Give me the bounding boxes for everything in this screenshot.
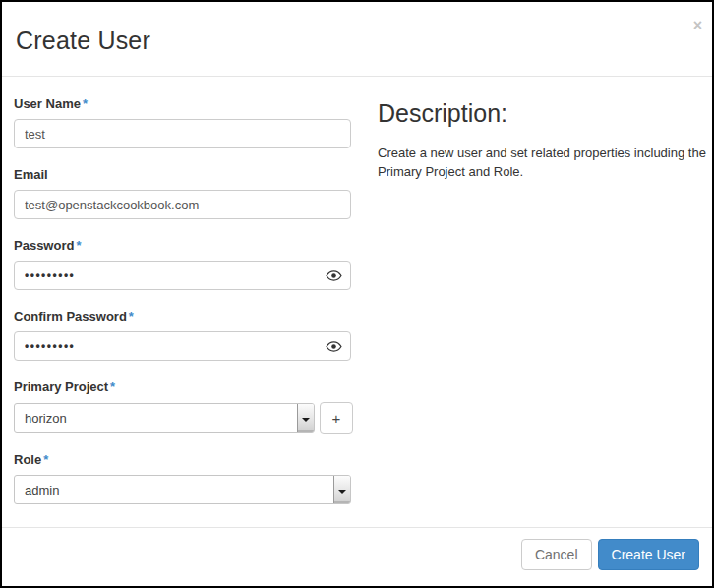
cancel-button[interactable]: Cancel	[521, 539, 592, 570]
add-project-button[interactable]: +	[320, 402, 353, 434]
primary-project-select[interactable]: horizon	[14, 403, 315, 433]
close-icon[interactable]: ×	[693, 18, 702, 33]
required-marker: *	[110, 380, 115, 394]
form-group-password: Password*	[14, 238, 364, 290]
create-user-button[interactable]: Create User	[598, 539, 699, 570]
password-label: Password*	[14, 238, 364, 253]
primary-project-label: Primary Project*	[14, 380, 364, 394]
confirm-password-label: Confirm Password*	[14, 309, 364, 323]
modal-footer: Cancel Create User	[2, 527, 712, 586]
description-text: Create a new user and set related proper…	[378, 145, 714, 182]
eye-icon[interactable]	[326, 338, 342, 355]
form-group-username: User Name*	[14, 96, 364, 148]
required-marker: *	[129, 309, 134, 323]
description-heading: Description:	[378, 99, 714, 128]
role-select[interactable]: admin	[14, 475, 351, 504]
form-group-primary-project: Primary Project* horizon +	[14, 380, 364, 434]
primary-project-selected-value: horizon	[15, 404, 297, 432]
modal-header: Create User ×	[2, 2, 712, 77]
eye-icon[interactable]	[326, 267, 342, 284]
username-field[interactable]	[14, 119, 351, 148]
chevron-down-icon	[333, 476, 350, 503]
create-user-form: User Name* Email Password*	[2, 96, 364, 523]
email-field[interactable]	[14, 190, 351, 219]
required-marker: *	[43, 452, 48, 467]
email-label: Email	[14, 167, 364, 182]
create-user-modal: Create User × User Name* Email Pas	[0, 0, 714, 588]
modal-body: User Name* Email Password*	[2, 77, 712, 523]
confirm-password-field[interactable]	[14, 331, 351, 361]
form-group-email: Email	[14, 167, 364, 219]
role-label: Role*	[14, 452, 364, 467]
page-title: Create User	[16, 27, 698, 55]
form-group-confirm-password: Confirm Password*	[14, 309, 364, 361]
required-marker: *	[76, 238, 81, 253]
form-group-role: Role* admin	[14, 452, 364, 504]
password-field[interactable]	[14, 261, 351, 290]
role-selected-value: admin	[15, 476, 333, 503]
description-panel: Description: Create a new user and set r…	[364, 96, 714, 523]
required-marker: *	[83, 96, 88, 111]
username-label: User Name*	[14, 96, 364, 111]
chevron-down-icon	[297, 404, 314, 432]
